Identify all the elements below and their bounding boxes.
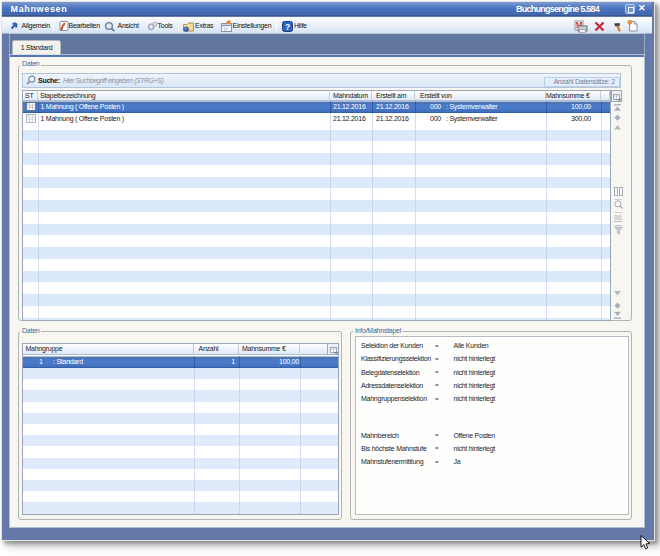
svg-text:86: 86 xyxy=(614,214,622,221)
svg-text:?: ? xyxy=(285,21,290,31)
